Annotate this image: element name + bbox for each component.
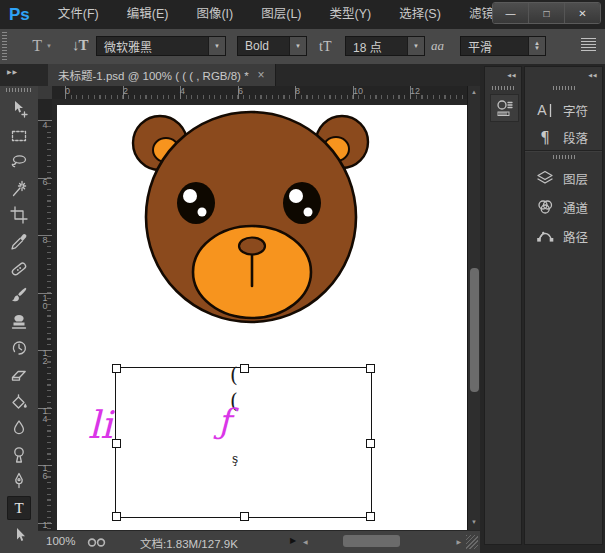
- tools-panel-gripper[interactable]: [6, 88, 32, 92]
- menu-image[interactable]: 图像(I): [182, 0, 247, 29]
- menu-layer[interactable]: 图层(L): [247, 0, 315, 29]
- lasso-tool[interactable]: [7, 150, 31, 174]
- document-tab[interactable]: 未标题-1.psd @ 100% ( ( ( , RGB/8) * ×: [48, 64, 276, 86]
- resize-grip[interactable]: [466, 535, 478, 549]
- font-family-select[interactable]: 微软雅黑 ▼: [96, 36, 226, 56]
- clone-stamp-tool[interactable]: [7, 310, 31, 334]
- transform-handle[interactable]: [112, 364, 121, 373]
- panel-gripper[interactable]: [553, 86, 575, 90]
- scroll-up-icon[interactable]: ▲: [471, 89, 477, 95]
- collapse-dock-icon[interactable]: ◀◀: [588, 72, 597, 78]
- panel-label: 字符: [563, 101, 588, 120]
- scroll-left-icon[interactable]: ◀: [303, 538, 308, 545]
- photoshop-window: Ps 文件(F) 编辑(E) 图像(I) 图层(L) 类型(Y) 选择(S) 滤…: [0, 0, 605, 553]
- transform-handle[interactable]: [112, 512, 121, 521]
- text-orientation-toggle[interactable]: ↓T: [72, 37, 88, 54]
- text-layer-bounding-box[interactable]: ( ( ƒ ş li: [115, 367, 372, 518]
- pen-tool[interactable]: [7, 469, 31, 493]
- font-size-dropdown-arrow[interactable]: ▼: [407, 37, 424, 55]
- maximize-button[interactable]: □: [529, 3, 565, 23]
- horizontal-type-tool[interactable]: T: [7, 496, 31, 520]
- transform-handle[interactable]: [112, 439, 121, 448]
- dodge-tool[interactable]: [7, 443, 31, 467]
- horizontal-scroll-thumb[interactable]: [343, 535, 400, 547]
- eye-highlight: [198, 208, 207, 217]
- water-drop-icon: [9, 418, 29, 438]
- document-title: 未标题-1.psd @ 100% ( ( ( , RGB/8) *: [58, 67, 249, 83]
- ruler-label: 10: [40, 293, 50, 309]
- tool-preset-picker[interactable]: T ▼: [22, 35, 62, 57]
- menu-edit[interactable]: 编辑(E): [113, 0, 183, 29]
- menu-bar: Ps 文件(F) 编辑(E) 图像(I) 图层(L) 类型(Y) 选择(S) 滤…: [0, 0, 605, 30]
- panel-gripper[interactable]: [492, 86, 514, 90]
- menu-select[interactable]: 选择(S): [385, 0, 455, 29]
- layers-panel-icon: [535, 168, 555, 188]
- zoom-level-field[interactable]: 100%: [46, 535, 75, 547]
- properties-panel-button[interactable]: [490, 94, 519, 122]
- eraser-tool-icon: [9, 365, 29, 385]
- eyedropper-tool-icon: [9, 232, 29, 252]
- paths-panel-icon: [535, 226, 555, 246]
- font-family-dropdown-arrow[interactable]: ▼: [208, 37, 225, 55]
- chevron-down-icon: ▼: [46, 43, 52, 49]
- path-selection-tool[interactable]: [7, 523, 31, 547]
- panel-button-character[interactable]: A 字符: [525, 96, 602, 124]
- anti-alias-method-select[interactable]: 平滑 ▲ ▼: [460, 36, 546, 56]
- transform-handle[interactable]: [240, 364, 249, 373]
- panel-button-layers[interactable]: 图层: [525, 164, 602, 192]
- minimize-button[interactable]: —: [493, 3, 529, 23]
- ruler-label: 4: [40, 120, 50, 128]
- tools-panel: T: [0, 86, 39, 553]
- menu-file[interactable]: 文件(F): [44, 0, 113, 29]
- horizontal-scrollbar[interactable]: ◀ ▶: [303, 533, 461, 551]
- scroll-right-icon[interactable]: ▶: [456, 538, 461, 545]
- scroll-down-icon[interactable]: ▼: [471, 519, 477, 525]
- transform-handle[interactable]: [240, 512, 249, 521]
- menu-type[interactable]: 类型(Y): [316, 0, 386, 29]
- ruler-label: 6: [40, 177, 50, 185]
- move-tool[interactable]: [7, 97, 31, 121]
- spot-healing-brush-tool[interactable]: [7, 257, 31, 281]
- tab-expander-icon[interactable]: ▶▶: [7, 68, 18, 75]
- ruler-label: 12: [410, 86, 420, 96]
- panel-button-paragraph[interactable]: ¶ 段落: [525, 123, 602, 151]
- font-size-value: 18 点: [353, 38, 382, 55]
- eyedropper-tool[interactable]: [7, 230, 31, 254]
- blur-tool[interactable]: [7, 416, 31, 440]
- options-bar-gripper[interactable]: [2, 32, 7, 60]
- panel-menu-icon[interactable]: [581, 38, 596, 52]
- lasso-tool-icon: [9, 152, 29, 172]
- tab-close-icon[interactable]: ×: [258, 68, 265, 82]
- panel-label: 图层: [563, 169, 588, 188]
- panel-dock-area: ◀◀ ◀◀ A 字符 ¶: [480, 64, 605, 553]
- canvas-viewport[interactable]: ( ( ƒ ş li: [52, 99, 467, 530]
- font-style-select[interactable]: Bold ▼: [237, 36, 307, 56]
- rectangular-marquee-tool[interactable]: [7, 124, 31, 148]
- history-brush-tool[interactable]: [7, 336, 31, 360]
- font-style-dropdown-arrow[interactable]: ▼: [289, 37, 306, 55]
- magic-wand-tool[interactable]: [7, 177, 31, 201]
- vertical-scrollbar[interactable]: ▲ ▼: [467, 86, 481, 530]
- close-button[interactable]: ✕: [565, 3, 600, 23]
- transform-handle[interactable]: [366, 512, 375, 521]
- ruler-label: 10: [353, 86, 363, 96]
- paint-bucket-tool[interactable]: [7, 390, 31, 414]
- eraser-tool[interactable]: [7, 363, 31, 387]
- collapse-dock-icon[interactable]: ◀◀: [507, 72, 516, 78]
- panel-gripper[interactable]: [553, 155, 575, 159]
- transform-handle[interactable]: [366, 364, 375, 373]
- panel-button-channels[interactable]: 通道: [525, 193, 602, 221]
- ruler-label: 8: [40, 235, 50, 243]
- ruler-corner[interactable]: [38, 86, 53, 100]
- font-size-select[interactable]: 18 点 ▼: [345, 36, 425, 56]
- vertical-scroll-thumb[interactable]: [470, 268, 479, 392]
- eye-highlight: [289, 189, 303, 203]
- anti-alias-spinner[interactable]: ▲ ▼: [528, 37, 545, 55]
- transform-handle[interactable]: [366, 439, 375, 448]
- ruler-label: 2: [123, 86, 128, 96]
- crop-tool[interactable]: [7, 203, 31, 227]
- ruler-label: 0: [65, 86, 70, 96]
- brush-tool[interactable]: [7, 283, 31, 307]
- panel-button-paths[interactable]: 路径: [525, 222, 602, 250]
- status-flyout-arrow-icon[interactable]: ▶: [290, 536, 296, 545]
